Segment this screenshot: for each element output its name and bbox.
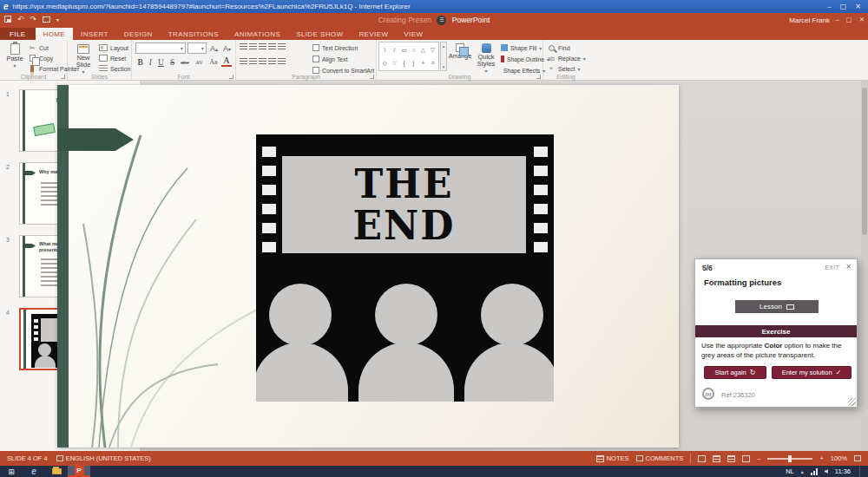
the-end-picture[interactable]: THE END: [256, 134, 554, 402]
find-button[interactable]: Find: [547, 42, 586, 53]
taskbar-ie-button[interactable]: e: [23, 466, 45, 477]
hidden-icons-caret[interactable]: ▴: [801, 468, 804, 474]
numbering-icon[interactable]: [249, 43, 257, 50]
new-slide-button[interactable]: New Slide ▾: [69, 42, 97, 75]
language-indicator[interactable]: ENGLISH (UNITED STATES): [56, 454, 151, 462]
replace-button[interactable]: abReplace▾: [547, 53, 586, 63]
reset-button[interactable]: Reset: [99, 53, 130, 63]
shadow-button[interactable]: abc: [179, 59, 192, 66]
browser-close-button[interactable]: ✕: [855, 3, 861, 10]
change-case-button[interactable]: Aa: [207, 58, 220, 66]
show-desktop-button[interactable]: [859, 466, 863, 477]
tab-design[interactable]: DESIGN: [116, 28, 161, 40]
start-button[interactable]: ⊞: [0, 466, 23, 477]
exit-link[interactable]: EXIT: [825, 265, 839, 271]
app-restore-button[interactable]: ▢: [846, 16, 852, 23]
tab-review[interactable]: REVIEW: [351, 28, 396, 40]
font-name-select[interactable]: ▾: [135, 42, 186, 54]
zoom-slider[interactable]: [767, 458, 812, 460]
align-left-icon[interactable]: [240, 58, 247, 65]
lesson-button[interactable]: Lesson: [735, 300, 819, 313]
font-size-select[interactable]: ▾: [187, 42, 207, 54]
decrease-indent-icon[interactable]: [259, 43, 266, 50]
slide-sorter-view-button[interactable]: [713, 455, 720, 462]
tab-home[interactable]: HOME: [36, 28, 74, 40]
keyboard-language[interactable]: NL: [786, 467, 794, 475]
normal-view-button[interactable]: [698, 455, 706, 462]
slideshow-view-button[interactable]: [742, 455, 750, 462]
close-icon[interactable]: ✕: [845, 263, 852, 271]
dialog-launcher-icon[interactable]: [229, 75, 233, 79]
align-center-icon[interactable]: [249, 58, 257, 65]
line-spacing-icon[interactable]: [278, 43, 286, 50]
shrink-font-button[interactable]: A▾: [221, 44, 233, 53]
slide-canvas[interactable]: THE END: [57, 85, 679, 448]
paste-button[interactable]: Paste ▾: [2, 42, 28, 75]
app-minimize-button[interactable]: –: [835, 16, 838, 23]
font-color-button[interactable]: A: [221, 57, 232, 67]
zoom-percentage[interactable]: 100%: [831, 454, 847, 462]
browser-minimize-button[interactable]: –: [827, 3, 831, 10]
tab-slideshow[interactable]: SLIDE SHOW: [288, 28, 351, 40]
clock[interactable]: 11:36: [835, 467, 851, 475]
justify-icon[interactable]: [268, 58, 276, 65]
enter-solution-button[interactable]: Enter my solution ✓: [772, 366, 852, 379]
app-close-button[interactable]: ✕: [859, 16, 865, 23]
shapes-scrollbar[interactable]: ▴ ▾: [440, 42, 447, 71]
bullets-icon[interactable]: [240, 43, 247, 50]
taskbar-explorer-button[interactable]: [45, 466, 68, 477]
dialog-launcher-icon[interactable]: [370, 75, 374, 79]
training-panel: 5/6 EXIT ✕ Formatting pictures Lesson Ex…: [694, 258, 858, 408]
zoom-slider-thumb[interactable]: [788, 455, 792, 462]
group-label-clipboard: Clipboard: [0, 74, 67, 80]
taskbar-powerpoint-button[interactable]: P: [68, 466, 90, 477]
scroll-up-icon[interactable]: ▴: [443, 43, 445, 49]
select-button[interactable]: ⌖Select▾: [547, 63, 586, 74]
layout-button[interactable]: Layout: [99, 42, 130, 53]
ie-icon: e: [3, 2, 9, 11]
shape-outline-button[interactable]: Shape Outline▾: [501, 54, 542, 64]
canvas-scrollbar[interactable]: [861, 81, 868, 451]
bold-button[interactable]: B: [135, 58, 145, 67]
volume-icon[interactable]: [825, 469, 828, 474]
text-direction-button[interactable]: Text Direction: [312, 42, 375, 53]
step-counter: 5/6: [702, 264, 713, 272]
network-icon[interactable]: [811, 468, 818, 475]
align-text-button[interactable]: Align Text: [312, 54, 375, 64]
comments-toggle[interactable]: COMMENTS: [636, 454, 684, 462]
tab-file[interactable]: FILE: [0, 28, 36, 40]
character-spacing-button[interactable]: AV: [193, 59, 205, 66]
arrange-button[interactable]: Arrange: [448, 42, 472, 75]
tab-insert[interactable]: INSERT: [73, 28, 116, 40]
align-right-icon[interactable]: [259, 58, 266, 65]
browser-maximize-button[interactable]: ▢: [840, 3, 847, 10]
grow-font-button[interactable]: A▴: [208, 44, 220, 53]
dialog-launcher-icon[interactable]: [536, 75, 541, 79]
columns-icon[interactable]: [278, 58, 286, 65]
quick-styles-icon: [482, 43, 491, 53]
resize-handle[interactable]: [848, 398, 856, 406]
section-button[interactable]: Section: [99, 63, 130, 74]
notes-toggle[interactable]: NOTES: [596, 454, 629, 462]
zoom-in-button[interactable]: +: [819, 454, 823, 462]
scroll-down-icon[interactable]: ▾: [443, 64, 445, 69]
increase-indent-icon[interactable]: [268, 43, 276, 50]
audience-head: [269, 284, 332, 346]
smartart-icon: [312, 67, 319, 74]
shapes-gallery[interactable]: \/▭○△▽ ◇☆{}+≡: [378, 42, 439, 71]
tab-transitions[interactable]: TRANSITIONS: [161, 28, 227, 40]
italic-button[interactable]: I: [147, 58, 154, 67]
shape-fill-button[interactable]: Shape Fill▾: [501, 42, 542, 53]
zoom-out-button[interactable]: –: [757, 454, 760, 462]
quick-styles-button[interactable]: Quick Styles ▾: [473, 42, 499, 75]
tab-animations[interactable]: ANIMATIONS: [227, 28, 288, 40]
start-again-button[interactable]: Start again ↻: [704, 366, 766, 379]
tab-view[interactable]: VIEW: [396, 28, 431, 40]
ribbon-group-clipboard: Paste ▾ ✂Cut Copy Format Painter Clipboa…: [0, 40, 68, 81]
user-name[interactable]: Marcel Frank: [789, 16, 830, 24]
dialog-launcher-icon[interactable]: [61, 75, 65, 79]
underline-button[interactable]: U: [156, 58, 167, 67]
reading-view-button[interactable]: [727, 455, 735, 462]
strikethrough-button[interactable]: S: [168, 58, 176, 67]
fit-slide-button[interactable]: [854, 455, 861, 461]
